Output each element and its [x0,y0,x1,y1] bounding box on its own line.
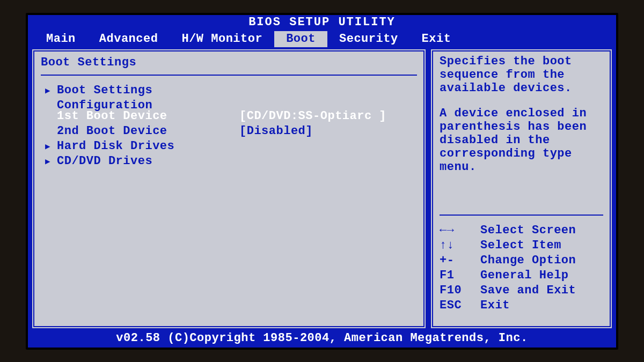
key-glyph: F10 [440,283,480,298]
item-label: 1st Boot Device [57,109,239,124]
item-value: [Disabled] [239,124,313,139]
key-select-screen: ←→ Select Screen [440,223,603,238]
key-glyph: ESC [440,298,480,313]
submenu-label: Hard Disk Drives [57,139,239,154]
tab-security[interactable]: Security [327,31,410,47]
item-1st-boot-device[interactable]: 1st Boot Device [CD/DVD:SS-Optiarc ] [41,109,417,124]
item-value: [CD/DVD:SS-Optiarc ] [239,109,386,124]
workspace: Boot Settings Boot Settings Configuratio… [31,48,613,329]
key-desc: Change Option [480,253,576,268]
key-general-help: F1 General Help [440,268,603,283]
key-select-item: ↑↓ Select Item [440,238,603,253]
tab-hw-monitor[interactable]: H/W Monitor [170,31,274,47]
key-legend: ←→ Select Screen ↑↓ Select Item +- Chang… [440,223,603,313]
bios-screen: BIOS SETUP UTILITY Main Advanced H/W Mon… [26,13,618,350]
divider [440,215,603,216]
help-panel: Specifies the boot sequence from the ava… [430,48,613,329]
key-desc: General Help [480,268,568,283]
item-label: 2nd Boot Device [57,124,239,139]
key-desc: Exit [480,298,510,313]
settings-panel: Boot Settings Boot Settings Configuratio… [31,48,427,329]
key-glyph: +- [440,253,480,268]
submenu-hard-disk-drives[interactable]: Hard Disk Drives [41,139,417,154]
submenu-label: Boot Settings Configuration [57,83,239,98]
key-glyph: F1 [440,268,480,283]
tab-boot[interactable]: Boot [274,31,327,47]
key-glyph: ←→ [440,223,480,238]
submenu-cd-dvd-drives[interactable]: CD/DVD Drives [41,154,417,169]
divider [41,75,417,76]
key-glyph: ↑↓ [440,238,480,253]
spacer [440,95,603,107]
footer-copyright: v02.58 (C)Copyright 1985-2004, American … [28,330,616,346]
key-change-option: +- Change Option [440,253,603,268]
menu-bar: Main Advanced H/W Monitor Boot Security … [28,31,616,47]
tab-main[interactable]: Main [34,31,87,47]
title-bar: BIOS SETUP UTILITY [28,15,616,31]
key-desc: Select Item [480,238,561,253]
section-title: Boot Settings [41,55,417,72]
key-exit: ESC Exit [440,298,603,313]
help-text-2: A device enclosed in parenthesis has bee… [440,107,603,174]
no-icon [45,124,57,139]
title-text: BIOS SETUP UTILITY [248,16,396,29]
triangle-right-icon [45,154,57,169]
submenu-label: CD/DVD Drives [57,154,239,169]
key-desc: Select Screen [480,223,576,238]
tab-advanced[interactable]: Advanced [87,31,170,47]
triangle-right-icon [45,83,57,98]
no-icon [45,109,57,124]
footer-text: v02.58 (C)Copyright 1985-2004, American … [116,331,528,345]
key-desc: Save and Exit [480,283,576,298]
key-save-exit: F10 Save and Exit [440,283,603,298]
help-text-1: Specifies the boot sequence from the ava… [440,55,603,95]
triangle-right-icon [45,139,57,154]
submenu-boot-settings-configuration[interactable]: Boot Settings Configuration [41,83,417,98]
item-2nd-boot-device[interactable]: 2nd Boot Device [Disabled] [41,124,417,139]
tab-exit[interactable]: Exit [410,31,463,47]
